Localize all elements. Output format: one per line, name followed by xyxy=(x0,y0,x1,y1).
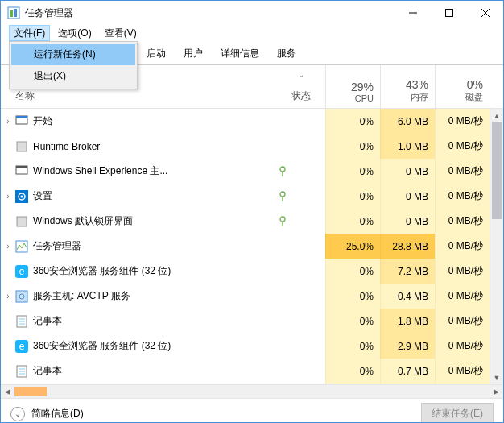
cpu-cell: 0% xyxy=(325,284,380,309)
tab-services[interactable]: 服务 xyxy=(268,42,305,64)
disk-cell: 0 MB/秒 xyxy=(435,184,490,209)
cpu-cell: 0% xyxy=(325,159,380,184)
close-button[interactable] xyxy=(467,1,503,25)
menu-view[interactable]: 查看(V) xyxy=(100,25,142,41)
memory-usage-total: 43% xyxy=(406,78,428,91)
scroll-down-button[interactable]: ▼ xyxy=(490,371,503,384)
col-cpu[interactable]: 29% CPU xyxy=(325,65,380,108)
suspended-leaf-icon xyxy=(277,166,288,177)
tab-users[interactable]: 用户 xyxy=(175,42,212,64)
svg-rect-9 xyxy=(17,142,27,151)
process-icon xyxy=(15,315,28,328)
collapse-button[interactable]: ⌄ xyxy=(10,407,25,421)
hscroll-left-button[interactable]: ◀ xyxy=(1,385,14,398)
memory-cell: 7.2 MB xyxy=(380,259,435,284)
process-icon: e xyxy=(15,340,28,353)
end-task-button[interactable]: 结束任务(E) xyxy=(421,403,494,423)
table-row[interactable]: e360安全浏览器 服务组件 (32 位)0%7.2 MB0 MB/秒 xyxy=(1,259,503,284)
table-row[interactable]: 记事本0%1.8 MB0 MB/秒 xyxy=(1,309,503,334)
menu-run-new-task[interactable]: 运行新任务(N) xyxy=(11,44,135,65)
cpu-label: CPU xyxy=(355,93,374,103)
tab-details[interactable]: 详细信息 xyxy=(212,42,268,64)
process-name: 记事本 xyxy=(33,314,277,328)
scroll-track[interactable] xyxy=(490,122,503,371)
svg-point-16 xyxy=(21,195,23,197)
cpu-cell: 25.0% xyxy=(325,234,380,259)
memory-cell: 0.7 MB xyxy=(380,359,435,384)
hscroll-track[interactable] xyxy=(14,385,490,398)
app-icon xyxy=(7,6,20,19)
table-row[interactable]: ›设置0%0 MB0 MB/秒 xyxy=(1,184,503,209)
process-icon xyxy=(15,240,28,253)
memory-cell: 2.9 MB xyxy=(380,334,435,359)
process-list: ›开始0%6.0 MB0 MB/秒Runtime Broker0%1.0 MB0… xyxy=(1,109,503,384)
vertical-scrollbar[interactable]: ▲ ▼ xyxy=(490,109,503,384)
disk-cell: 0 MB/秒 xyxy=(435,209,490,234)
hscroll-right-button[interactable]: ▶ xyxy=(490,385,503,398)
svg-rect-2 xyxy=(14,9,17,17)
svg-rect-19 xyxy=(17,217,27,226)
cpu-cell: 0% xyxy=(325,109,380,134)
menu-exit[interactable]: 退出(X) xyxy=(11,65,135,87)
table-row[interactable]: 记事本0%0.7 MB0 MB/秒 xyxy=(1,359,503,384)
disk-cell: 0 MB/秒 xyxy=(435,109,490,134)
memory-cell: 0.4 MB xyxy=(380,284,435,309)
tab-startup[interactable]: 启动 xyxy=(138,42,175,64)
disk-cell: 0 MB/秒 xyxy=(435,309,490,334)
cpu-cell: 0% xyxy=(325,309,380,334)
svg-rect-11 xyxy=(16,166,27,168)
table-row[interactable]: ›开始0%6.0 MB0 MB/秒 xyxy=(1,109,503,134)
process-name: 服务主机: AVCTP 服务 xyxy=(33,289,277,303)
minimize-button[interactable] xyxy=(395,1,431,25)
scroll-up-button[interactable]: ▲ xyxy=(490,109,503,122)
footer: ⌄ 简略信息(D) 结束任务(E) xyxy=(1,398,503,423)
process-name: 360安全浏览器 服务组件 (32 位) xyxy=(33,264,277,278)
horizontal-scrollbar[interactable]: ◀ ▶ xyxy=(1,384,503,398)
table-row[interactable]: ›服务主机: AVCTP 服务0%0.4 MB0 MB/秒 xyxy=(1,284,503,309)
process-name: Windows Shell Experience 主... xyxy=(33,164,277,178)
cpu-cell: 0% xyxy=(325,209,380,234)
memory-cell: 0 MB xyxy=(380,209,435,234)
svg-point-20 xyxy=(280,217,285,222)
svg-point-12 xyxy=(280,167,285,172)
expand-chevron-icon[interactable]: › xyxy=(1,292,12,301)
disk-cell: 0 MB/秒 xyxy=(435,284,490,309)
table-row[interactable]: Windows 默认锁屏界面0%0 MB0 MB/秒 xyxy=(1,209,503,234)
hscroll-thumb[interactable] xyxy=(14,387,47,396)
table-row[interactable]: e360安全浏览器 服务组件 (32 位)0%2.9 MB0 MB/秒 xyxy=(1,334,503,359)
col-disk[interactable]: 0% 磁盘 xyxy=(435,65,490,108)
process-icon xyxy=(15,165,28,178)
disk-cell: 0 MB/秒 xyxy=(435,334,490,359)
svg-rect-25 xyxy=(16,291,27,302)
svg-rect-1 xyxy=(10,10,13,17)
disk-label: 磁盘 xyxy=(465,91,483,103)
expand-chevron-icon[interactable]: › xyxy=(1,242,12,251)
process-icon xyxy=(15,290,28,303)
brief-info-label[interactable]: 简略信息(D) xyxy=(31,407,421,421)
table-row[interactable]: Windows Shell Experience 主...0%0 MB0 MB/… xyxy=(1,159,503,184)
process-name: 360安全浏览器 服务组件 (32 位) xyxy=(33,339,277,353)
cpu-usage-total: 29% xyxy=(351,81,374,93)
disk-usage-total: 0% xyxy=(467,78,483,91)
cpu-cell: 0% xyxy=(325,259,380,284)
table-row[interactable]: Runtime Broker0%1.0 MB0 MB/秒 xyxy=(1,134,503,159)
expand-chevron-icon[interactable]: › xyxy=(1,117,12,126)
cpu-cell: 0% xyxy=(325,334,380,359)
expand-chevron-icon[interactable]: › xyxy=(1,192,12,201)
process-name: 开始 xyxy=(33,114,277,128)
col-status[interactable]: ⌄ 状态 xyxy=(277,65,325,108)
process-icon xyxy=(15,215,28,228)
memory-cell: 1.0 MB xyxy=(380,134,435,159)
maximize-button[interactable] xyxy=(431,1,467,25)
process-name: 设置 xyxy=(33,189,277,203)
menu-options[interactable]: 选项(O) xyxy=(53,25,96,41)
menubar: 文件(F) 选项(O) 查看(V) 运行新任务(N) 退出(X) xyxy=(1,25,503,41)
memory-cell: 6.0 MB xyxy=(380,109,435,134)
scroll-thumb[interactable] xyxy=(492,122,502,219)
table-row[interactable]: ›任务管理器25.0%28.8 MB0 MB/秒 xyxy=(1,234,503,259)
memory-cell: 0 MB xyxy=(380,184,435,209)
menu-file[interactable]: 文件(F) xyxy=(9,25,50,41)
col-memory[interactable]: 43% 内存 xyxy=(380,65,435,108)
svg-text:e: e xyxy=(19,266,25,277)
process-icon xyxy=(15,140,28,153)
